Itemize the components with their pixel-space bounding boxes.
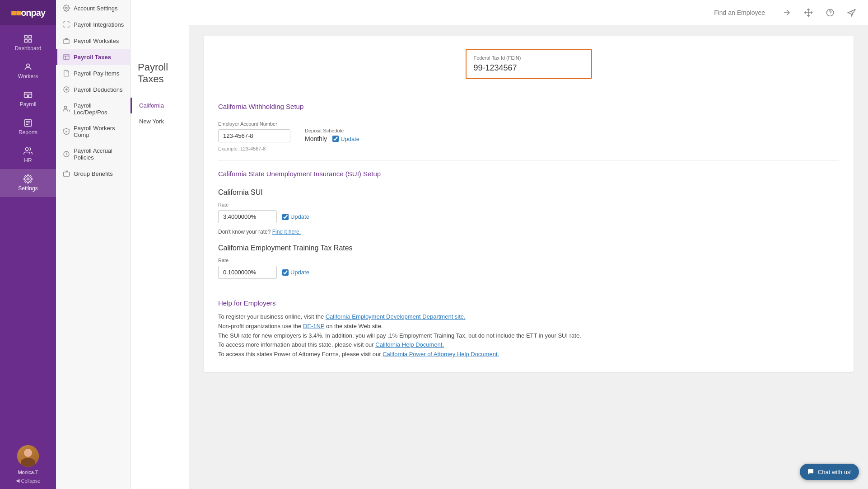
- ett-rate-group: Rate Update: [218, 258, 839, 281]
- deposit-schedule-group: Deposit Schedule Monthly Update: [305, 128, 359, 142]
- california-sui-heading: California SUI: [218, 188, 839, 197]
- divider-1: [218, 160, 839, 161]
- svg-point-9: [27, 178, 29, 180]
- sub-nav-payroll-integrations[interactable]: Payroll Integrations: [56, 16, 130, 33]
- help-section: Help for Employers To register your busi…: [218, 299, 839, 359]
- sub-sidebar: Account Settings Payroll Integrations Pa…: [56, 0, 131, 489]
- left-sidebar: ■■onpay Dashboard Workers Payroll: [0, 0, 56, 489]
- state-sidebar: Payroll Taxes California New York: [131, 25, 189, 489]
- employer-account-input[interactable]: [218, 129, 290, 142]
- svg-rect-12: [64, 54, 69, 60]
- fein-container: Federal Tax Id (FEIN) 99-1234567: [218, 49, 839, 92]
- sidebar-bottom: Monica.T ◀ Collapse: [10, 440, 46, 489]
- sui-update-checkbox[interactable]: [282, 214, 289, 220]
- nav-workers[interactable]: Workers: [0, 57, 56, 85]
- collapse-button[interactable]: ◀ Collapse: [16, 478, 41, 484]
- edd-link[interactable]: California Employment Development Depart…: [326, 313, 466, 320]
- sub-nav-payroll-workers-comp[interactable]: Payroll Workers Comp: [56, 120, 130, 143]
- dont-know-rate: Don't know your rate? Find it here.: [218, 229, 839, 235]
- employer-account-group: Employer Account Number: [218, 121, 290, 142]
- announcement-icon[interactable]: [845, 5, 859, 20]
- ett-heading: California Employment Training Tax Rates: [218, 244, 839, 252]
- sub-nav-payroll-pay-items[interactable]: Payroll Pay Items: [56, 65, 130, 81]
- find-here-link[interactable]: Find it here.: [272, 229, 301, 235]
- ett-update-checkbox[interactable]: [282, 269, 289, 276]
- page-title: Payroll Taxes: [138, 61, 182, 85]
- topbar-icons: [779, 5, 859, 20]
- search-input[interactable]: [675, 9, 765, 16]
- svg-point-4: [27, 64, 30, 67]
- page-content: Federal Tax Id (FEIN) 99-1234567 Califor…: [189, 25, 868, 489]
- deposit-schedule-label: Deposit Schedule: [305, 128, 359, 133]
- fein-box: Federal Tax Id (FEIN) 99-1234567: [466, 49, 592, 79]
- nav-payroll[interactable]: Payroll: [0, 85, 56, 113]
- nav-hr[interactable]: HR: [0, 141, 56, 169]
- withholding-fields: Employer Account Number Deposit Schedule…: [218, 121, 839, 142]
- withholding-update-checkbox[interactable]: [332, 136, 339, 142]
- ett-rate-row: Update: [218, 266, 839, 279]
- move-icon[interactable]: [801, 5, 816, 20]
- ett-rate-label: Rate: [218, 258, 839, 263]
- ca-poa-link[interactable]: California Power of Attorney Help Docume…: [383, 351, 499, 357]
- fein-value: 99-1234567: [474, 63, 584, 73]
- sub-nav-payroll-accrual-policies[interactable]: Payroll Accrual Policies: [56, 143, 130, 165]
- spacer: [218, 235, 839, 244]
- sub-nav-payroll-loc-dep-pos[interactable]: Payroll Loc/Dep/Pos: [56, 98, 130, 120]
- withholding-heading: California Withholding Setup: [218, 103, 839, 114]
- logo: ■■onpay: [0, 0, 56, 25]
- main-nav: Dashboard Workers Payroll Reports: [0, 25, 56, 440]
- help-icon[interactable]: [823, 5, 837, 20]
- nav-settings[interactable]: Settings: [0, 169, 56, 197]
- state-california[interactable]: California: [131, 98, 189, 113]
- svg-point-10: [65, 7, 67, 9]
- help-heading: Help for Employers: [218, 299, 839, 307]
- nav-reports[interactable]: Reports: [0, 113, 56, 141]
- ett-update-label[interactable]: Update: [282, 269, 309, 276]
- svg-rect-3: [29, 40, 32, 42]
- nav-dashboard[interactable]: Dashboard: [0, 29, 56, 57]
- de1np-link[interactable]: DE-1NP: [303, 323, 324, 329]
- sub-nav-account-settings[interactable]: Account Settings: [56, 0, 130, 16]
- topbar: [131, 0, 868, 25]
- svg-point-6: [27, 95, 28, 97]
- sub-nav-payroll-deductions[interactable]: Payroll Deductions: [56, 81, 130, 98]
- transfer-icon[interactable]: [779, 5, 794, 20]
- state-new-york[interactable]: New York: [131, 113, 189, 129]
- sub-nav-payroll-taxes[interactable]: Payroll Taxes: [56, 49, 130, 65]
- employer-account-example: Example: 123-4567-8: [218, 146, 839, 151]
- content-area: Payroll Taxes California New York Federa…: [131, 25, 868, 489]
- svg-rect-2: [25, 40, 28, 42]
- sui-rate-group: Rate Update: [218, 202, 839, 225]
- svg-rect-0: [25, 36, 28, 38]
- sui-rate-label: Rate: [218, 202, 839, 207]
- sui-rate-row: Update: [218, 210, 839, 223]
- sui-update-label[interactable]: Update: [282, 213, 309, 220]
- svg-rect-16: [63, 172, 69, 176]
- divider-2: [218, 290, 839, 290]
- avatar[interactable]: [17, 445, 39, 467]
- svg-point-8: [25, 148, 28, 151]
- user-name: Monica.T: [18, 470, 38, 475]
- search-area: [140, 9, 774, 16]
- fein-label: Federal Tax Id (FEIN): [474, 55, 584, 61]
- chat-button[interactable]: Chat with us!: [800, 464, 859, 480]
- sub-nav-payroll-worksites[interactable]: Payroll Worksites: [56, 33, 130, 49]
- deposit-row: Monthly Update: [305, 135, 359, 142]
- sui-rate-input[interactable]: [218, 210, 277, 223]
- svg-rect-11: [64, 40, 69, 43]
- svg-rect-1: [29, 36, 32, 38]
- employer-account-label: Employer Account Number: [218, 121, 290, 127]
- page-title-area: Payroll Taxes: [131, 52, 189, 98]
- main-content-card: Federal Tax Id (FEIN) 99-1234567 Califor…: [204, 36, 854, 372]
- main-area: Payroll Taxes California New York Federa…: [131, 0, 868, 489]
- sui-section-heading: California State Unemployment Insurance …: [218, 170, 839, 181]
- ett-rate-input[interactable]: [218, 266, 277, 279]
- help-text: To register your business online, visit …: [218, 312, 839, 359]
- deposit-value: Monthly: [305, 135, 327, 142]
- svg-point-14: [64, 106, 66, 108]
- sub-nav-group-benefits[interactable]: Group Benefits: [56, 165, 130, 182]
- withholding-update-label[interactable]: Update: [332, 136, 359, 142]
- ca-help-link[interactable]: California Help Document.: [375, 341, 444, 348]
